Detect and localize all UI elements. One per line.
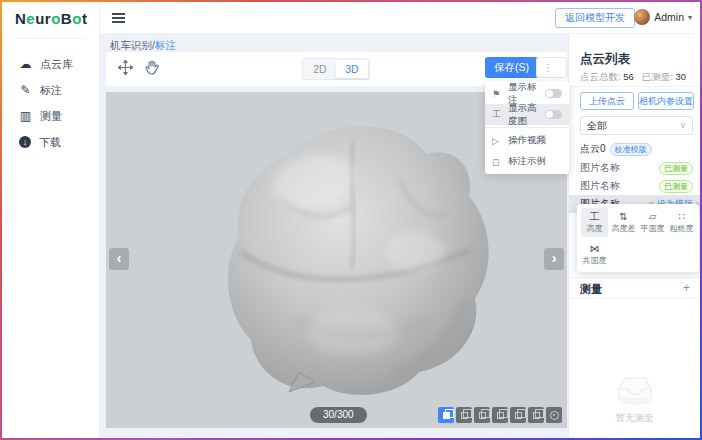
- more-button[interactable]: ⋮更多: [536, 57, 567, 78]
- upload-pointcloud-button[interactable]: 上传点云: [580, 92, 634, 110]
- pen-icon: ✎: [19, 83, 32, 97]
- video-icon: ▷: [492, 136, 504, 146]
- avatar: [634, 9, 650, 25]
- view-cube-toolbar: [438, 407, 562, 423]
- tooth-mesh: [201, 100, 501, 410]
- image-name: 图片名称: [580, 179, 659, 193]
- pointcloud-group-row[interactable]: 点云0 校准模版: [580, 142, 652, 156]
- breadcrumb-parent[interactable]: 机车识别: [110, 39, 152, 51]
- tool-roughness[interactable]: ∷ 粗糙度: [668, 208, 695, 237]
- next-image-arrow[interactable]: ›: [544, 248, 564, 270]
- height-tool-icon: 工: [581, 210, 608, 224]
- height-icon: 工: [492, 108, 504, 121]
- tool-coplanarity[interactable]: ⋈ 共面度: [581, 240, 608, 269]
- view-left-button[interactable]: [492, 407, 508, 423]
- cube-icon: [479, 412, 486, 419]
- roughness-tool-icon: ∷: [668, 210, 695, 224]
- mode-3d-button[interactable]: 3D: [336, 60, 368, 78]
- sidebar-item-measure[interactable]: ▥ 测量: [2, 104, 100, 128]
- template-badge: 校准模版: [610, 143, 652, 156]
- tool-flatness[interactable]: ▱ 平面度: [639, 208, 666, 237]
- app-logo: NeuroBot: [15, 10, 87, 27]
- image-counter: 30/300: [310, 407, 367, 423]
- app-root: ‹ › 30/300 NeuroBot ☁ 点云库 ✎ 标注 ▥ 测量 ↓: [2, 2, 700, 438]
- pointcloud-stats: 点云总数: 56 已测量: 30: [580, 71, 686, 84]
- sidebar-item-pointcloud-library[interactable]: ☁ 点云库: [2, 52, 100, 76]
- sidebar-item-label: 测量: [40, 109, 62, 124]
- image-list-item[interactable]: 图片名称 已测量: [569, 177, 700, 195]
- dimension-toggle: 2D 3D: [302, 58, 370, 80]
- view-default-button[interactable]: [438, 407, 454, 423]
- measure-title: 测量: [580, 282, 602, 297]
- frame-icon: ◻: [492, 157, 504, 167]
- total-value: 56: [623, 71, 634, 82]
- measure-section-header: 测量 +: [569, 277, 700, 299]
- tool-label: 高度: [581, 224, 608, 234]
- height-diff-tool-icon: ⇅: [610, 210, 637, 224]
- camera-params-button[interactable]: 相机内参设置: [638, 92, 694, 110]
- ruler-icon: ▥: [19, 109, 32, 123]
- menu-item-show-heightmap[interactable]: 工 显示高度图: [485, 104, 569, 125]
- move-tool-icon[interactable]: [118, 60, 133, 75]
- cube-icon: [515, 412, 522, 419]
- mode-2d-button[interactable]: 2D: [304, 60, 336, 78]
- sidebar-item-annotate[interactable]: ✎ 标注: [2, 78, 100, 102]
- reset-focus-button[interactable]: [546, 407, 562, 423]
- more-dropdown-menu: ⚑ 显示标注 工 显示高度图 ▷ 操作视频 ◻ 标注示例: [485, 81, 569, 174]
- panel-title: 点云列表: [580, 51, 630, 68]
- breadcrumb-current: 标注: [155, 39, 176, 51]
- view-back-button[interactable]: [474, 407, 490, 423]
- image-name: 图片名称: [580, 161, 659, 175]
- tool-label: 平面度: [639, 224, 666, 234]
- back-to-model-dev-button[interactable]: 返回模型开发: [555, 8, 635, 28]
- logo-divider: [14, 38, 86, 39]
- show-annotation-toggle[interactable]: [545, 89, 562, 98]
- menu-item-annotation-example[interactable]: ◻ 标注示例: [485, 151, 569, 172]
- panel-divider: [569, 86, 700, 87]
- tool-label: 高度差: [610, 224, 637, 234]
- cloud-icon: ☁: [19, 57, 32, 71]
- pan-hand-icon[interactable]: [145, 60, 159, 75]
- collapse-menu-icon[interactable]: [112, 13, 125, 23]
- image-list-item[interactable]: 图片名称 已测量: [569, 159, 700, 177]
- view-right-button[interactable]: [510, 407, 526, 423]
- view-front-button[interactable]: [456, 407, 472, 423]
- chevron-down-icon: ∨: [679, 117, 686, 134]
- sidebar-item-download[interactable]: ↓ 下载: [2, 130, 100, 154]
- empty-state: 暂无测量: [569, 374, 700, 425]
- measure-tool-popup: 工 高度 ⇅ 高度差 ▱ 平面度 ∷ 粗糙度 ⋈ 共面度: [577, 204, 699, 272]
- total-label: 点云总数:: [580, 71, 621, 82]
- sidebar-item-label: 点云库: [40, 57, 73, 72]
- menu-item-label: 操作视频: [508, 134, 562, 147]
- tool-label: 粗糙度: [668, 224, 695, 234]
- filter-select[interactable]: 全部 ∨: [580, 116, 693, 135]
- user-name: Admin: [654, 11, 684, 23]
- breadcrumb: 机车识别/标注: [110, 39, 176, 53]
- add-measure-button[interactable]: +: [683, 281, 690, 295]
- view-top-button[interactable]: [528, 407, 544, 423]
- prev-image-arrow[interactable]: ‹: [109, 248, 129, 270]
- sidebar: NeuroBot ☁ 点云库 ✎ 标注 ▥ 测量 ↓ 下载: [2, 2, 100, 438]
- flag-icon: ⚑: [492, 89, 504, 99]
- group-name: 点云0: [580, 142, 606, 156]
- menu-item-tutorial-video[interactable]: ▷ 操作视频: [485, 130, 569, 151]
- coplanarity-tool-icon: ⋈: [581, 242, 608, 256]
- flatness-tool-icon: ▱: [639, 210, 666, 224]
- download-icon: ↓: [19, 136, 31, 148]
- cube-icon: [533, 412, 540, 419]
- show-heightmap-toggle[interactable]: [545, 110, 562, 119]
- measured-label: 已测量:: [642, 71, 673, 82]
- empty-text: 暂无测量: [569, 412, 700, 425]
- menu-item-label: 显示高度图: [508, 102, 545, 128]
- tool-height[interactable]: 工 高度: [581, 208, 608, 237]
- measured-badge: 已测量: [659, 180, 693, 193]
- crosshair-icon: [550, 411, 559, 420]
- user-menu[interactable]: Admin ▾: [634, 9, 692, 25]
- top-header: 返回模型开发 Admin ▾: [100, 2, 700, 34]
- measured-value: 30: [676, 71, 687, 82]
- measured-badge: 已测量: [659, 162, 693, 175]
- filter-value: 全部: [587, 120, 607, 131]
- save-button[interactable]: 保存(S): [485, 57, 538, 78]
- tool-height-diff[interactable]: ⇅ 高度差: [610, 208, 637, 237]
- kebab-icon: ⋮: [543, 62, 553, 73]
